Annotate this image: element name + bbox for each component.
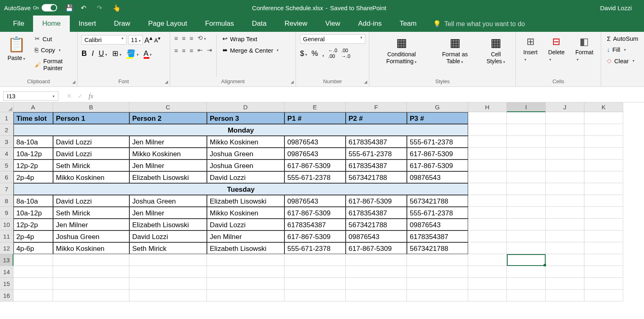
cell[interactable]: [13, 254, 53, 266]
cell[interactable]: [468, 278, 507, 290]
col-header-B[interactable]: B: [53, 102, 129, 112]
increase-decimal-icon[interactable]: ←.0.00: [328, 48, 337, 59]
cell[interactable]: Jen Milner: [129, 136, 207, 148]
comma-format-icon[interactable]: ,: [322, 49, 324, 58]
decrease-font-icon[interactable]: A▾: [154, 35, 160, 44]
cell[interactable]: Seth Mirick: [129, 242, 207, 254]
cell[interactable]: Jen Milner: [53, 219, 129, 230]
format-painter-button[interactable]: 🖌Format Painter: [33, 57, 73, 72]
cell[interactable]: [546, 242, 584, 254]
paste-button[interactable]: 📋 Paste▾: [4, 34, 29, 77]
cell[interactable]: [507, 230, 546, 242]
cell[interactable]: [584, 254, 623, 266]
cell[interactable]: [546, 290, 584, 301]
cell[interactable]: Jen Milner: [207, 230, 284, 242]
row-header-14[interactable]: 14: [0, 266, 13, 278]
cell[interactable]: [407, 266, 468, 278]
tab-draw[interactable]: Draw: [105, 16, 139, 32]
cell[interactable]: 09876543: [284, 136, 346, 148]
cell[interactable]: Person 3: [207, 112, 284, 124]
cell-styles-button[interactable]: ▦Cell Styles▾: [480, 34, 511, 77]
cell[interactable]: [207, 266, 284, 278]
fill-color-button[interactable]: 🪣▾: [127, 49, 139, 58]
font-color-button[interactable]: A▾: [144, 49, 152, 58]
cell[interactable]: [407, 278, 468, 290]
toggle-switch[interactable]: [42, 4, 57, 11]
cell[interactable]: [468, 124, 507, 136]
increase-font-icon[interactable]: A▴: [144, 34, 153, 45]
cell[interactable]: [468, 183, 507, 195]
tab-review[interactable]: Review: [275, 16, 316, 32]
cell[interactable]: 6178354387: [284, 219, 346, 230]
cell[interactable]: 10a-12p: [13, 148, 53, 160]
autosum-button[interactable]: ΣAutoSum: [605, 34, 640, 43]
cell[interactable]: [468, 266, 507, 278]
cell[interactable]: Mikko Koskinen: [53, 242, 129, 254]
fill-button[interactable]: ↓Fill▾: [605, 45, 640, 54]
cell[interactable]: Mikko Koskinen: [207, 136, 284, 148]
cell[interactable]: 09876543: [407, 219, 468, 230]
cell[interactable]: 5673421788: [407, 242, 468, 254]
insert-cells-button[interactable]: ⊞Insert▾: [520, 34, 541, 77]
row-header-1[interactable]: 1: [0, 112, 13, 124]
cell[interactable]: Jen Milner: [129, 160, 207, 171]
cell[interactable]: David Lozzi: [53, 148, 129, 160]
cell[interactable]: [507, 124, 546, 136]
cell[interactable]: [468, 254, 507, 266]
cell[interactable]: 2p-4p: [13, 171, 53, 183]
row-header-10[interactable]: 10: [0, 219, 13, 230]
cell[interactable]: [546, 278, 584, 290]
cell[interactable]: 617-867-5309: [284, 160, 346, 171]
row-header-8[interactable]: 8: [0, 195, 13, 207]
cell[interactable]: David Lozzi: [207, 219, 284, 230]
cell[interactable]: [207, 290, 284, 301]
increase-indent-icon[interactable]: ⇥: [207, 47, 212, 54]
row-header-6[interactable]: 6: [0, 171, 13, 183]
orientation-icon[interactable]: ⟲▾: [198, 34, 206, 42]
align-middle-icon[interactable]: ≡: [182, 35, 186, 42]
number-dialog-launcher[interactable]: ◢: [364, 80, 367, 84]
row-header-13[interactable]: 13: [0, 254, 13, 266]
col-header-E[interactable]: E: [284, 102, 346, 112]
qat-customize-icon[interactable]: ▾: [133, 6, 135, 10]
cut-button[interactable]: ✂Cut: [33, 34, 73, 43]
number-format-select[interactable]: General▾: [300, 34, 365, 44]
cell[interactable]: [546, 219, 584, 230]
cell[interactable]: 555-671-2378: [346, 148, 407, 160]
cell[interactable]: 555-671-2378: [284, 242, 346, 254]
cell[interactable]: Joshua Green: [53, 230, 129, 242]
tab-formulas[interactable]: Formulas: [196, 16, 243, 32]
cell[interactable]: 6178354387: [346, 207, 407, 219]
cell[interactable]: 12p-2p: [13, 219, 53, 230]
cell[interactable]: [468, 219, 507, 230]
fx-icon[interactable]: fx: [89, 93, 93, 100]
cell[interactable]: [584, 195, 623, 207]
cell[interactable]: Jen Milner: [129, 207, 207, 219]
cell[interactable]: David Lozzi: [207, 171, 284, 183]
cell[interactable]: 2p-4p: [13, 230, 53, 242]
alignment-dialog-launcher[interactable]: ◢: [291, 80, 294, 84]
select-all-corner[interactable]: [0, 102, 13, 112]
col-header-I[interactable]: I: [507, 102, 546, 112]
tab-home[interactable]: Home: [33, 16, 69, 32]
cell[interactable]: [507, 183, 546, 195]
row-header-5[interactable]: 5: [0, 160, 13, 171]
row-header-16[interactable]: 16: [0, 290, 13, 301]
cell[interactable]: Mikko Koskinen: [53, 171, 129, 183]
cell[interactable]: [584, 207, 623, 219]
cell[interactable]: [346, 278, 407, 290]
cell[interactable]: [468, 112, 507, 124]
font-size-select[interactable]: 11▾: [128, 35, 143, 44]
cell[interactable]: Elizabeth Lisowski: [207, 242, 284, 254]
cell[interactable]: [53, 254, 129, 266]
tab-data[interactable]: Data: [243, 16, 275, 32]
tell-me-search[interactable]: 💡 Tell me what you want to do: [426, 16, 532, 32]
cell[interactable]: [346, 254, 407, 266]
clear-button[interactable]: ◇Clear▾: [605, 56, 640, 65]
cell[interactable]: [546, 266, 584, 278]
cell[interactable]: 6178354387: [346, 136, 407, 148]
tab-file[interactable]: File: [4, 16, 33, 32]
cell[interactable]: [53, 290, 129, 301]
cell[interactable]: [507, 278, 546, 290]
cell[interactable]: [507, 219, 546, 230]
